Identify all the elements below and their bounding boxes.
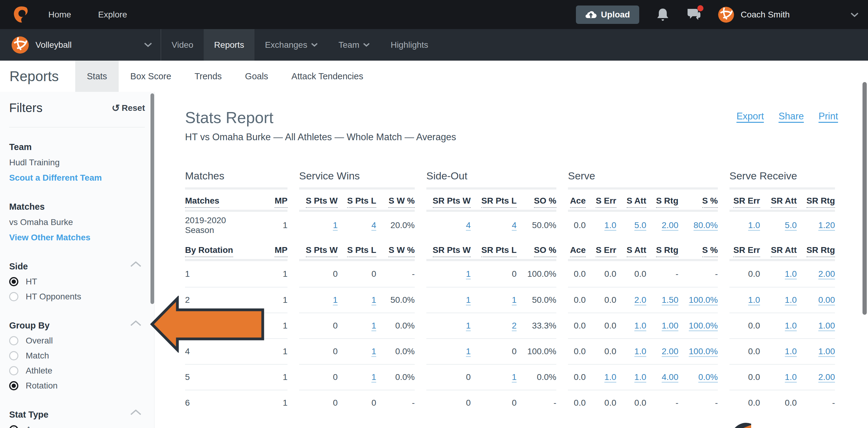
column-header[interactable]: SR Pts L <box>482 245 517 257</box>
stat-link[interactable]: 1 <box>466 295 471 305</box>
stat-link[interactable]: 1.0 <box>634 347 646 356</box>
stat-link[interactable]: 1.00 <box>818 347 835 356</box>
column-header[interactable]: SR Att <box>771 196 797 208</box>
topnav-explore[interactable]: Explore <box>98 10 141 20</box>
stat-link[interactable]: 1 <box>466 321 471 331</box>
tab-box-score[interactable]: Box Score <box>119 61 183 92</box>
stat-link[interactable]: 4 <box>371 221 376 230</box>
tab-goals[interactable]: Goals <box>234 61 280 92</box>
nav-reports[interactable]: Reports <box>204 29 254 61</box>
stat-link[interactable]: 2 <box>512 321 517 331</box>
column-header[interactable]: S Err <box>596 196 616 208</box>
radio-selected-icon[interactable] <box>9 381 18 390</box>
column-header[interactable]: S Err <box>596 245 616 257</box>
stat-link[interactable]: 1.0 <box>604 372 616 382</box>
stat-link[interactable]: 2.00 <box>818 372 835 382</box>
stat-link[interactable]: 1 <box>466 347 471 356</box>
column-header[interactable]: S Rtg <box>656 245 678 257</box>
column-header[interactable]: SR Rtg <box>807 245 835 257</box>
tab-attack-tendencies[interactable]: Attack Tendencies <box>280 61 375 92</box>
nav-team[interactable]: Team <box>328 29 380 61</box>
radio-icon[interactable] <box>9 336 18 345</box>
reset-filters-button[interactable]: ↺ Reset <box>112 102 145 114</box>
radio-selected-icon[interactable] <box>9 277 18 286</box>
stat-link[interactable]: 1 <box>512 372 517 382</box>
stat-link[interactable]: 1.0 <box>748 295 760 305</box>
nav-highlights[interactable]: Highlights <box>380 29 439 61</box>
print-link[interactable]: Print <box>818 111 838 122</box>
radio-option-athlete[interactable]: Athlete <box>9 366 146 376</box>
stat-link[interactable]: 1.0 <box>785 295 797 305</box>
stat-link[interactable]: 100.0% <box>689 295 718 305</box>
messages-button[interactable] <box>686 8 701 22</box>
stat-link[interactable]: 5.0 <box>634 221 646 230</box>
column-header[interactable]: S Pts W <box>306 245 338 257</box>
column-header[interactable]: S W % <box>389 196 415 208</box>
stat-link[interactable]: 1 <box>512 295 517 305</box>
stat-link[interactable]: 80.0% <box>694 221 718 230</box>
stat-link[interactable]: 1 <box>466 269 471 279</box>
notifications-button[interactable] <box>656 8 669 22</box>
topnav-home[interactable]: Home <box>48 10 85 20</box>
stat-link[interactable]: 100.0% <box>689 321 718 331</box>
column-header[interactable]: SO % <box>534 245 556 257</box>
stat-link[interactable]: 5.0 <box>785 221 797 230</box>
column-header[interactable]: S Pts L <box>347 196 376 208</box>
stat-link[interactable]: 1 <box>333 221 338 230</box>
stat-link[interactable]: 0.00 <box>818 295 835 305</box>
collapse-section-button[interactable] <box>130 261 141 267</box>
stat-link[interactable]: 4 <box>466 221 471 230</box>
column-header[interactable]: S W % <box>389 245 415 257</box>
stat-link[interactable]: 1.50 <box>662 295 679 305</box>
scout-different-team-link[interactable]: Scout a Different Team <box>9 173 146 183</box>
hudl-logo-icon[interactable] <box>11 5 31 24</box>
sidebar-scrollbar[interactable] <box>151 93 154 304</box>
column-header[interactable]: SR Pts W <box>433 245 471 257</box>
team-selector[interactable]: Volleyball <box>0 29 161 61</box>
column-header[interactable]: S Att <box>627 196 646 208</box>
export-link[interactable]: Export <box>737 111 764 122</box>
column-header[interactable]: By Rotation <box>185 245 233 257</box>
column-header[interactable]: S Rtg <box>656 196 678 208</box>
stat-link[interactable]: 1 <box>371 372 376 382</box>
column-header[interactable]: MP <box>275 196 287 208</box>
radio-option-match[interactable]: Match <box>9 351 146 361</box>
column-header[interactable]: SR Err <box>734 245 760 257</box>
collapse-section-button[interactable] <box>130 320 141 326</box>
radio-icon[interactable] <box>9 351 18 360</box>
column-header[interactable]: SR Pts W <box>433 196 471 208</box>
column-header[interactable]: SR Pts L <box>482 196 517 208</box>
column-header[interactable]: S Att <box>627 245 646 257</box>
column-header[interactable]: SO % <box>534 196 556 208</box>
view-other-matches-link[interactable]: View Other Matches <box>9 233 146 242</box>
radio-option-overall[interactable]: Overall <box>9 336 146 346</box>
stat-link[interactable]: 1.0 <box>634 372 646 382</box>
stat-link[interactable]: 1.0 <box>604 221 616 230</box>
stat-link[interactable]: 1.0 <box>785 347 797 356</box>
stat-link[interactable]: 1.0 <box>785 321 797 331</box>
stat-link[interactable]: 1.00 <box>662 321 679 331</box>
stat-link[interactable]: 1 <box>371 321 376 331</box>
stat-link[interactable]: 4 <box>512 221 517 230</box>
tab-trends[interactable]: Trends <box>183 61 234 92</box>
radio-selected-icon[interactable] <box>9 425 18 428</box>
stat-link[interactable]: 100.0% <box>689 347 718 356</box>
stat-link[interactable]: 1.20 <box>818 221 835 230</box>
stat-link[interactable]: 2.00 <box>662 347 679 356</box>
stat-link[interactable]: 1 <box>371 347 376 356</box>
stat-link[interactable]: 2.00 <box>818 269 835 279</box>
column-header[interactable]: MP <box>275 245 287 257</box>
share-link[interactable]: Share <box>779 111 804 122</box>
nav-video[interactable]: Video <box>161 29 204 61</box>
column-header[interactable]: SR Rtg <box>807 196 835 208</box>
radio-icon[interactable] <box>9 292 18 301</box>
stat-link[interactable]: 0.0% <box>698 372 718 382</box>
upload-button[interactable]: Upload <box>576 5 639 24</box>
column-header[interactable]: S Pts L <box>347 245 376 257</box>
radio-option-ht-opponents[interactable]: HT Opponents <box>9 292 146 302</box>
stat-link[interactable]: 2.00 <box>662 221 679 230</box>
user-menu-chevron[interactable] <box>850 12 859 17</box>
stat-link[interactable]: 1.0 <box>785 269 797 279</box>
column-header[interactable]: Ace <box>570 245 586 257</box>
column-header[interactable]: SR Err <box>734 196 760 208</box>
